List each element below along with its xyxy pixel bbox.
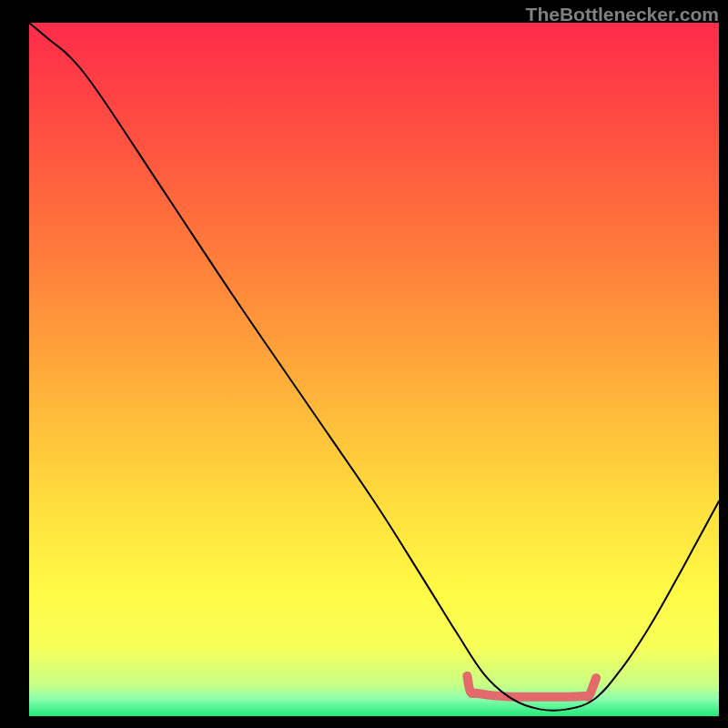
watermark-text: TheBottlenecker.com	[526, 4, 719, 25]
plot-background	[29, 23, 719, 716]
chart-container: TheBottlenecker.com	[0, 0, 728, 728]
chart-svg	[0, 0, 728, 728]
